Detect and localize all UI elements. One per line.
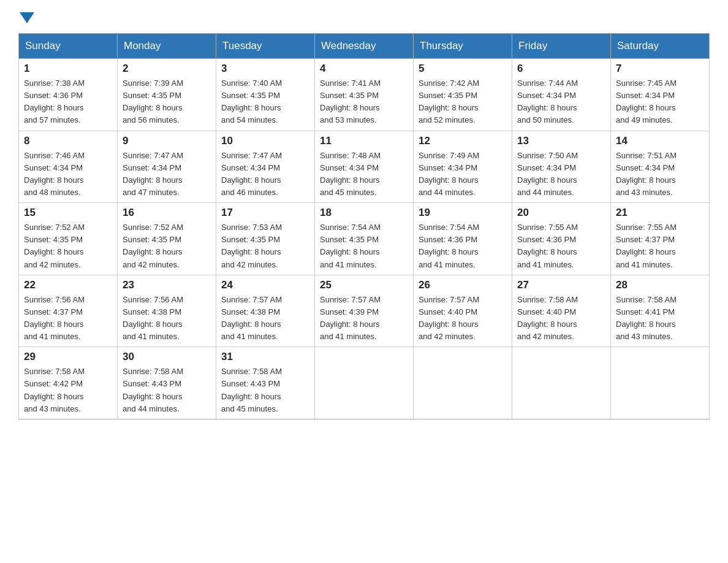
day-info: Sunrise: 7:52 AM Sunset: 4:35 PM Dayligh… <box>24 221 112 271</box>
calendar-header-friday: Friday <box>512 34 611 59</box>
day-number: 17 <box>221 207 309 219</box>
day-info: Sunrise: 7:58 AM Sunset: 4:43 PM Dayligh… <box>221 366 309 415</box>
day-number: 23 <box>123 279 211 291</box>
calendar-week-row: 15 Sunrise: 7:52 AM Sunset: 4:35 PM Dayl… <box>19 203 710 275</box>
calendar-cell: 22 Sunrise: 7:56 AM Sunset: 4:37 PM Dayl… <box>19 275 118 347</box>
calendar-cell: 14 Sunrise: 7:51 AM Sunset: 4:34 PM Dayl… <box>611 131 710 203</box>
day-number: 24 <box>221 279 309 291</box>
calendar-cell: 6 Sunrise: 7:44 AM Sunset: 4:34 PM Dayli… <box>512 59 611 131</box>
calendar-week-row: 1 Sunrise: 7:38 AM Sunset: 4:36 PM Dayli… <box>19 59 710 131</box>
day-number: 31 <box>221 351 309 363</box>
day-info: Sunrise: 7:53 AM Sunset: 4:35 PM Dayligh… <box>221 221 309 271</box>
day-info: Sunrise: 7:54 AM Sunset: 4:35 PM Dayligh… <box>320 221 408 271</box>
day-number: 22 <box>24 279 112 291</box>
day-info: Sunrise: 7:55 AM Sunset: 4:36 PM Dayligh… <box>517 221 605 271</box>
day-info: Sunrise: 7:51 AM Sunset: 4:34 PM Dayligh… <box>616 150 704 199</box>
calendar-cell: 25 Sunrise: 7:57 AM Sunset: 4:39 PM Dayl… <box>315 275 414 347</box>
day-info: Sunrise: 7:54 AM Sunset: 4:36 PM Dayligh… <box>419 221 507 271</box>
day-info: Sunrise: 7:50 AM Sunset: 4:34 PM Dayligh… <box>517 150 605 199</box>
day-info: Sunrise: 7:58 AM Sunset: 4:42 PM Dayligh… <box>24 366 112 415</box>
calendar-cell <box>611 347 710 419</box>
calendar-cell: 8 Sunrise: 7:46 AM Sunset: 4:34 PM Dayli… <box>19 131 118 203</box>
calendar-cell: 31 Sunrise: 7:58 AM Sunset: 4:43 PM Dayl… <box>216 347 315 419</box>
day-info: Sunrise: 7:40 AM Sunset: 4:35 PM Dayligh… <box>221 77 309 127</box>
day-number: 8 <box>24 135 112 147</box>
day-info: Sunrise: 7:57 AM Sunset: 4:40 PM Dayligh… <box>419 294 507 343</box>
calendar-header-monday: Monday <box>118 34 216 59</box>
day-number: 25 <box>320 279 408 291</box>
calendar-week-row: 29 Sunrise: 7:58 AM Sunset: 4:42 PM Dayl… <box>19 347 710 419</box>
day-number: 5 <box>419 63 507 75</box>
day-info: Sunrise: 7:47 AM Sunset: 4:34 PM Dayligh… <box>221 150 309 199</box>
calendar-cell: 16 Sunrise: 7:52 AM Sunset: 4:35 PM Dayl… <box>118 203 216 275</box>
calendar-header-wednesday: Wednesday <box>315 34 414 59</box>
calendar-cell: 3 Sunrise: 7:40 AM Sunset: 4:35 PM Dayli… <box>216 59 315 131</box>
calendar-cell: 1 Sunrise: 7:38 AM Sunset: 4:36 PM Dayli… <box>19 59 118 131</box>
day-number: 15 <box>24 207 112 219</box>
day-info: Sunrise: 7:58 AM Sunset: 4:41 PM Dayligh… <box>616 294 704 343</box>
day-number: 6 <box>517 63 605 75</box>
day-number: 20 <box>517 207 605 219</box>
day-info: Sunrise: 7:39 AM Sunset: 4:35 PM Dayligh… <box>123 77 211 127</box>
calendar-cell <box>315 347 414 419</box>
calendar-cell: 5 Sunrise: 7:42 AM Sunset: 4:35 PM Dayli… <box>414 59 512 131</box>
logo <box>18 12 36 21</box>
calendar-cell: 30 Sunrise: 7:58 AM Sunset: 4:43 PM Dayl… <box>118 347 216 419</box>
day-number: 26 <box>419 279 507 291</box>
day-number: 18 <box>320 207 408 219</box>
calendar-cell: 20 Sunrise: 7:55 AM Sunset: 4:36 PM Dayl… <box>512 203 611 275</box>
day-number: 19 <box>419 207 507 219</box>
calendar-header-saturday: Saturday <box>611 34 710 59</box>
day-number: 11 <box>320 135 408 147</box>
calendar-cell: 11 Sunrise: 7:48 AM Sunset: 4:34 PM Dayl… <box>315 131 414 203</box>
day-info: Sunrise: 7:38 AM Sunset: 4:36 PM Dayligh… <box>24 77 112 127</box>
day-info: Sunrise: 7:56 AM Sunset: 4:37 PM Dayligh… <box>24 294 112 343</box>
calendar-cell: 28 Sunrise: 7:58 AM Sunset: 4:41 PM Dayl… <box>611 275 710 347</box>
logo-arrow-icon <box>20 12 34 23</box>
calendar-week-row: 8 Sunrise: 7:46 AM Sunset: 4:34 PM Dayli… <box>19 131 710 203</box>
calendar-week-row: 22 Sunrise: 7:56 AM Sunset: 4:37 PM Dayl… <box>19 275 710 347</box>
calendar-cell: 13 Sunrise: 7:50 AM Sunset: 4:34 PM Dayl… <box>512 131 611 203</box>
day-info: Sunrise: 7:47 AM Sunset: 4:34 PM Dayligh… <box>123 150 211 199</box>
day-info: Sunrise: 7:44 AM Sunset: 4:34 PM Dayligh… <box>517 77 605 127</box>
day-number: 21 <box>616 207 704 219</box>
calendar-header-tuesday: Tuesday <box>216 34 315 59</box>
calendar-header-thursday: Thursday <box>414 34 512 59</box>
day-info: Sunrise: 7:58 AM Sunset: 4:43 PM Dayligh… <box>123 366 211 415</box>
day-info: Sunrise: 7:58 AM Sunset: 4:40 PM Dayligh… <box>517 294 605 343</box>
day-number: 7 <box>616 63 704 75</box>
calendar-cell: 15 Sunrise: 7:52 AM Sunset: 4:35 PM Dayl… <box>19 203 118 275</box>
day-number: 1 <box>24 63 112 75</box>
calendar-cell: 24 Sunrise: 7:57 AM Sunset: 4:38 PM Dayl… <box>216 275 315 347</box>
day-info: Sunrise: 7:56 AM Sunset: 4:38 PM Dayligh… <box>123 294 211 343</box>
calendar-cell: 29 Sunrise: 7:58 AM Sunset: 4:42 PM Dayl… <box>19 347 118 419</box>
calendar-cell: 17 Sunrise: 7:53 AM Sunset: 4:35 PM Dayl… <box>216 203 315 275</box>
calendar-cell: 4 Sunrise: 7:41 AM Sunset: 4:35 PM Dayli… <box>315 59 414 131</box>
day-number: 2 <box>123 63 211 75</box>
day-info: Sunrise: 7:42 AM Sunset: 4:35 PM Dayligh… <box>419 77 507 127</box>
day-number: 4 <box>320 63 408 75</box>
day-number: 27 <box>517 279 605 291</box>
day-info: Sunrise: 7:55 AM Sunset: 4:37 PM Dayligh… <box>616 221 704 271</box>
day-number: 29 <box>24 351 112 363</box>
calendar-cell: 2 Sunrise: 7:39 AM Sunset: 4:35 PM Dayli… <box>118 59 216 131</box>
day-info: Sunrise: 7:52 AM Sunset: 4:35 PM Dayligh… <box>123 221 211 271</box>
day-number: 9 <box>123 135 211 147</box>
day-info: Sunrise: 7:46 AM Sunset: 4:34 PM Dayligh… <box>24 150 112 199</box>
calendar-cell: 26 Sunrise: 7:57 AM Sunset: 4:40 PM Dayl… <box>414 275 512 347</box>
day-number: 13 <box>517 135 605 147</box>
day-info: Sunrise: 7:57 AM Sunset: 4:39 PM Dayligh… <box>320 294 408 343</box>
calendar-cell: 18 Sunrise: 7:54 AM Sunset: 4:35 PM Dayl… <box>315 203 414 275</box>
day-number: 16 <box>123 207 211 219</box>
day-info: Sunrise: 7:45 AM Sunset: 4:34 PM Dayligh… <box>616 77 704 127</box>
day-number: 28 <box>616 279 704 291</box>
calendar-cell: 12 Sunrise: 7:49 AM Sunset: 4:34 PM Dayl… <box>414 131 512 203</box>
calendar-cell: 9 Sunrise: 7:47 AM Sunset: 4:34 PM Dayli… <box>118 131 216 203</box>
calendar-cell: 23 Sunrise: 7:56 AM Sunset: 4:38 PM Dayl… <box>118 275 216 347</box>
calendar-cell <box>414 347 512 419</box>
day-number: 12 <box>419 135 507 147</box>
calendar-cell: 19 Sunrise: 7:54 AM Sunset: 4:36 PM Dayl… <box>414 203 512 275</box>
day-info: Sunrise: 7:41 AM Sunset: 4:35 PM Dayligh… <box>320 77 408 127</box>
day-info: Sunrise: 7:48 AM Sunset: 4:34 PM Dayligh… <box>320 150 408 199</box>
day-number: 30 <box>123 351 211 363</box>
